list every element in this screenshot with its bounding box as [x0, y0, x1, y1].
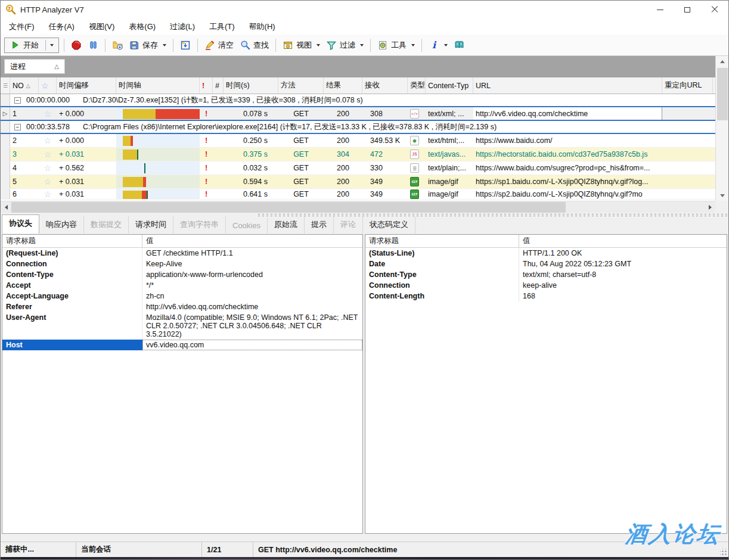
column-header-redirect[interactable]: 重定向URL	[662, 77, 713, 94]
view-button[interactable]: 视图	[280, 38, 323, 53]
help-button[interactable]	[451, 38, 467, 53]
forum-watermark: 酒入论坛	[623, 519, 722, 549]
scroll-up-button[interactable]	[716, 56, 729, 67]
column-header-hash[interactable]: #	[213, 77, 224, 94]
grid-properties-icon: ☰	[3, 83, 7, 89]
scroll-left-button[interactable]	[1, 201, 11, 213]
column-header-recv[interactable]: 接收	[362, 77, 408, 94]
pause-button[interactable]	[85, 38, 101, 53]
column-header-method[interactable]: 方法	[278, 77, 324, 94]
menu-item-0[interactable]: 文件(F)	[2, 19, 42, 35]
column-header-no[interactable]: NO△	[10, 77, 39, 94]
info-button[interactable]: i	[426, 38, 451, 53]
cell-method: GET	[278, 107, 324, 120]
warning-exclamation-icon: !	[205, 190, 207, 198]
request-row[interactable]: 3☆+ 0.031!0.375 sGET304472JStext/javas..…	[1, 148, 715, 161]
column-header-ctype[interactable]: Content-Typ	[426, 77, 473, 94]
request-row[interactable]: 2☆+ 0.000!0.250 sGET200349.53 K●text/htm…	[1, 134, 715, 148]
menu-item-2[interactable]: 视图(V)	[82, 19, 122, 35]
group-tab-process[interactable]: 进程 △	[4, 59, 65, 74]
start-button-dropdown[interactable]	[45, 40, 56, 51]
request-row[interactable]: 5☆+ 0.031!0.594 sGET200349GIFimage/gifht…	[1, 175, 715, 189]
response-name-column-header[interactable]: 请求标题	[365, 235, 519, 247]
request-name-column-header[interactable]: 请求标题	[2, 235, 142, 247]
start-button[interactable]: 开始	[4, 38, 59, 53]
maximize-button[interactable]	[674, 1, 701, 18]
response-header-row[interactable]: Content-Typetext/xml; charset=utf-8	[365, 269, 727, 280]
menu-item-1[interactable]: 任务(A)	[42, 19, 82, 35]
column-label-url: URL	[476, 82, 491, 90]
cell-type: ≡	[408, 161, 426, 175]
scroll-right-button[interactable]	[705, 201, 715, 213]
scroll-down-button[interactable]	[716, 190, 729, 201]
menu-item-4[interactable]: 过滤(L)	[163, 19, 202, 35]
tab-协议头[interactable]: 协议头	[2, 214, 39, 234]
resize-grip-icon[interactable]	[720, 549, 727, 556]
find-button[interactable]: 查找	[237, 38, 272, 53]
save-button[interactable]: 保存	[126, 38, 169, 53]
horizontal-scroll-thumb[interactable]	[11, 202, 566, 213]
column-header-url[interactable]: URL	[473, 77, 662, 94]
column-header-type[interactable]: 类型	[408, 77, 426, 94]
cell-star[interactable]: ☆	[39, 107, 57, 120]
response-value-column-header[interactable]: 值	[519, 236, 534, 246]
txt-file-icon: ≡	[410, 163, 419, 173]
vertical-scroll-thumb[interactable]	[717, 68, 728, 120]
tools-button[interactable]: 工具	[374, 38, 418, 53]
tab-响应内容[interactable]: 响应内容	[39, 216, 84, 234]
request-header-row[interactable]: Accept-Languagezh-cn	[2, 291, 362, 301]
request-row[interactable]: 6☆+ 0.031!0.641 sGET200349GIFimage/gifht…	[1, 189, 715, 200]
request-header-row[interactable]: Refererhttp://vv6.video.qq.com/checktime	[2, 301, 362, 312]
process-group-row[interactable]: −00:00:33.578C:\Program Files (x86)\Inte…	[1, 121, 715, 134]
cell-ind	[1, 189, 10, 199]
menu-item-3[interactable]: 表格(G)	[122, 19, 163, 35]
collapse-icon[interactable]: −	[14, 97, 21, 104]
response-header-row[interactable]: Connectionkeep-alive	[365, 280, 727, 291]
eraser-icon	[204, 40, 215, 51]
menu-item-6[interactable]: 帮助(H)	[242, 19, 283, 35]
request-header-row[interactable]: Content-Typeapplication/x-www-form-urlen…	[2, 269, 362, 280]
request-header-row[interactable]: Accept*/*	[2, 280, 362, 291]
cell-star[interactable]: ☆	[39, 161, 57, 175]
cell-star[interactable]: ☆	[39, 148, 57, 161]
column-header-time[interactable]: 时间(s)	[224, 77, 278, 94]
column-header-timeline[interactable]: 时间轴	[116, 77, 200, 94]
tab-状态码定义[interactable]: 状态码定义	[363, 216, 415, 234]
bottom-edge	[1, 557, 728, 559]
column-header-offset[interactable]: 时间偏移	[57, 77, 116, 94]
column-header-excl[interactable]: !	[200, 77, 213, 94]
request-row[interactable]: ▷1☆+ 0.000!0.078 sGET200308</>text/xml; …	[1, 107, 715, 121]
collapse-icon[interactable]: −	[14, 124, 21, 130]
request-value-column-header[interactable]: 值	[142, 236, 157, 246]
open-session-button[interactable]	[109, 38, 126, 53]
grid-vertical-scrollbar[interactable]	[715, 56, 729, 201]
cell-star[interactable]: ☆	[39, 189, 57, 199]
stop-button[interactable]	[68, 38, 85, 53]
request-header-row[interactable]: User-AgentMozilla/4.0 (compatible; MSIE …	[2, 312, 362, 340]
export-window-button[interactable]	[177, 38, 194, 53]
grid-horizontal-scrollbar[interactable]	[1, 201, 715, 213]
process-group-row[interactable]: −00:00:00.000D:\Dz7.30\Dz-7.30.exe[1352]…	[1, 94, 715, 107]
arrow-down-icon	[720, 194, 725, 197]
minimize-button[interactable]	[646, 1, 674, 18]
request-header-row[interactable]: ConnectionKeep-Alive	[2, 259, 362, 269]
menu-item-5[interactable]: 工具(T)	[202, 19, 242, 35]
close-button[interactable]	[701, 1, 728, 18]
request-row[interactable]: 4☆+ 0.562!0.032 sGET200330≡text/plain;..…	[1, 161, 715, 175]
tab-请求时间[interactable]: 请求时间	[129, 216, 173, 234]
request-header-row[interactable]: (Request-Line)GET /checktime HTTP/1.1	[2, 248, 362, 259]
cell-star[interactable]: ☆	[39, 134, 57, 147]
column-header-star[interactable]: ☆	[39, 77, 57, 94]
start-button-label: 开始	[23, 40, 39, 51]
filter-button[interactable]: 过滤	[323, 38, 367, 53]
tab-提示[interactable]: 提示	[305, 216, 334, 234]
clear-button[interactable]: 清空	[201, 38, 237, 53]
column-header-result[interactable]: 结果	[324, 77, 362, 94]
cell-star[interactable]: ☆	[39, 175, 57, 188]
response-header-row[interactable]: Content-Length168	[365, 291, 727, 301]
tab-原始流[interactable]: 原始流	[268, 216, 305, 234]
request-header-row[interactable]: Hostvv6.video.qq.com	[2, 340, 362, 350]
response-header-row[interactable]: DateThu, 04 Aug 2022 05:12:23 GMT	[365, 259, 727, 269]
request-header-value: Mozilla/4.0 (compatible; MSIE 9.0; Windo…	[142, 312, 362, 340]
response-header-row[interactable]: (Status-Line)HTTP/1.1 200 OK	[365, 248, 727, 259]
